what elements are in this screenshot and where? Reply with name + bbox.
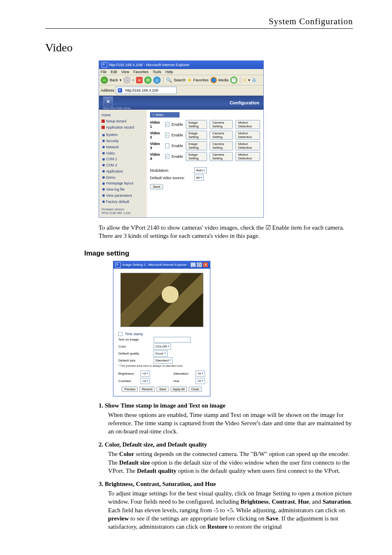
video4-enable-checkbox[interactable]: ✓ — [165, 154, 169, 159]
menu-tools[interactable]: Tools — [152, 70, 161, 74]
sidebar-item-demo[interactable]: Demo — [101, 175, 147, 181]
motion-detection-button[interactable]: Motion Detection — [235, 120, 260, 129]
home-icon[interactable]: ⌂ — [153, 76, 161, 84]
sidebar-home[interactable]: Home — [101, 112, 147, 118]
favorites-icon[interactable]: ★ — [187, 77, 192, 83]
stop-icon[interactable]: ✕ — [136, 77, 143, 83]
refresh-icon[interactable]: ⟳ — [144, 76, 152, 84]
minimize-icon[interactable]: _ — [190, 262, 196, 267]
close-button[interactable]: Close — [189, 387, 201, 392]
sidebar-item-params[interactable]: View parameters — [101, 193, 147, 199]
enable-label: Enable — [172, 133, 183, 137]
sidebar-setup-wizard[interactable]: Setup wizard — [101, 118, 147, 124]
size-label: Default size — [118, 359, 151, 362]
camera-setting-button[interactable]: Camera Setting — [210, 131, 233, 140]
timestamp-checkbox[interactable] — [118, 332, 122, 336]
window-titlebar: http://192.168.4.109/ - Microsoft Intern… — [99, 61, 263, 69]
motion-detection-button[interactable]: Motion Detection — [235, 131, 260, 140]
back-icon[interactable]: ← — [101, 76, 108, 84]
saturation-select[interactable]: +0▾ — [196, 371, 205, 377]
image-setting-button[interactable]: Image Setting — [186, 131, 207, 140]
save-button[interactable]: Save — [150, 184, 163, 189]
motion-detection-button[interactable]: Motion Detection — [235, 141, 260, 150]
preview-button[interactable]: Preview — [122, 387, 138, 392]
sidebar-item-homepage[interactable]: Homepage layout — [101, 180, 147, 187]
video3-enable-checkbox[interactable] — [165, 143, 169, 148]
image-setting-screenshot: Image Setting 1 - Microsoft Internet Exp… — [113, 261, 210, 396]
item2-title: 2. Color, Default size, and Default qual… — [99, 441, 353, 448]
contrast-select[interactable]: +0▾ — [141, 378, 150, 384]
sidebar-item-network[interactable]: Network — [101, 144, 147, 150]
sidebar-item-com2[interactable]: COM 2 — [101, 162, 147, 168]
sidebar-item-application[interactable]: Application — [101, 168, 147, 175]
video1-enable-checkbox[interactable]: ✓ — [165, 122, 169, 127]
menu-bar: File Edit View Favorites Tools Help — [99, 69, 263, 75]
modulation-select[interactable]: Auto▾ — [194, 167, 207, 173]
history-icon[interactable]: 🕑 — [230, 76, 238, 84]
menu-file[interactable]: File — [101, 70, 107, 74]
menu-favorites[interactable]: Favorites — [133, 70, 148, 74]
video2-label: Video 2 — [150, 131, 163, 139]
ie-icon — [118, 88, 122, 93]
item3-title: 3. Brightness, Contrast, Saturation, and… — [99, 481, 353, 488]
mail-icon[interactable]: ✉ — [243, 78, 247, 83]
camera-setting-button[interactable]: Camera Setting — [210, 152, 233, 161]
sidebar: Home Setup wizard Application wizard Sys… — [99, 110, 147, 217]
image-setting-button[interactable]: Image Setting — [186, 152, 207, 161]
back-label[interactable]: Back — [110, 78, 118, 82]
search-label[interactable]: Search — [174, 78, 186, 82]
address-input[interactable]: http://192.168.4.109 — [116, 87, 177, 94]
favorites-label[interactable]: Favorites — [194, 78, 209, 82]
close-icon[interactable]: ✕ — [203, 262, 208, 267]
popup-title: Image Setting 1 - Microsoft Internet Exp… — [122, 263, 187, 267]
brightness-label: Brightness — [118, 372, 139, 375]
ie-icon — [101, 62, 107, 68]
address-bar: Address http://192.168.4.109 — [99, 85, 263, 96]
menu-view[interactable]: View — [121, 70, 129, 74]
hue-label: Hue — [173, 379, 194, 383]
video-row-1: Video 1 ✓ Enable Image Setting Camera Se… — [150, 120, 260, 129]
text-on-image-input[interactable] — [154, 337, 191, 343]
apply-all-button[interactable]: Apply All — [171, 387, 187, 392]
camera-setting-button[interactable]: Camera Setting — [210, 141, 233, 150]
camera-setting-button[interactable]: Camera Setting — [210, 120, 233, 129]
sidebar-item-log[interactable]: View log file — [101, 187, 147, 193]
page-header: System Configuration — [45, 16, 353, 27]
video-heading: Video — [45, 41, 353, 54]
menu-edit[interactable]: Edit — [111, 70, 118, 74]
menu-help[interactable]: Help — [165, 70, 173, 74]
sidebar-item-security[interactable]: Security — [101, 138, 147, 144]
forward-icon[interactable]: → — [123, 76, 131, 84]
image-setting-button[interactable]: Image Setting — [186, 120, 207, 129]
media-label[interactable]: Media — [219, 78, 229, 82]
sidebar-item-com1[interactable]: COM 1 — [101, 156, 147, 162]
save-button[interactable]: Save — [157, 387, 168, 392]
default-source-select[interactable]: All▾ — [194, 175, 204, 181]
sidebar-item-system[interactable]: System — [101, 132, 147, 138]
brightness-select[interactable]: +0▾ — [141, 371, 150, 377]
quality-select[interactable]: Good▾ — [154, 350, 168, 357]
image-setting-button[interactable]: Image Setting — [186, 141, 207, 150]
default-source-label: Default video source: — [150, 176, 191, 180]
video2-enable-checkbox[interactable]: ✓ — [165, 133, 169, 138]
media-icon[interactable] — [210, 77, 217, 83]
sidebar-item-video[interactable]: Video — [101, 150, 147, 157]
enable-label: Enable — [172, 154, 183, 159]
fw-label: Firmware Version: — [101, 208, 147, 211]
motion-detection-button[interactable]: Motion Detection — [235, 152, 260, 161]
sidebar-item-factory[interactable]: Factory default — [101, 199, 147, 205]
restore-button[interactable]: Restore — [139, 387, 155, 392]
banner-title: Configuration — [230, 100, 259, 105]
search-icon[interactable]: 🔍 — [166, 77, 172, 83]
print-icon[interactable]: 🖶 — [252, 78, 256, 83]
config-banner: ▦ Moxa VPort Video Server Configuration — [99, 96, 263, 110]
color-select[interactable]: COLOR▾ — [154, 343, 171, 350]
sidebar-app-wizard[interactable]: Application wizard — [101, 124, 147, 131]
item2-body: The Color setting depends on the connect… — [108, 450, 353, 475]
maximize-icon[interactable]: ▢ — [196, 262, 202, 267]
video-row-4: Video 4 ✓ Enable Image Setting Camera Se… — [150, 152, 260, 161]
size-select[interactable]: Standard▾ — [154, 357, 173, 364]
toolbar: ← Back ▾ → ▾ ✕ ⟳ ⌂ 🔍 Search ★ Favorites … — [99, 75, 263, 85]
hue-select[interactable]: +0▾ — [196, 378, 205, 384]
main-panel: > Video Video 1 ✓ Enable Image Setting C… — [147, 110, 263, 217]
